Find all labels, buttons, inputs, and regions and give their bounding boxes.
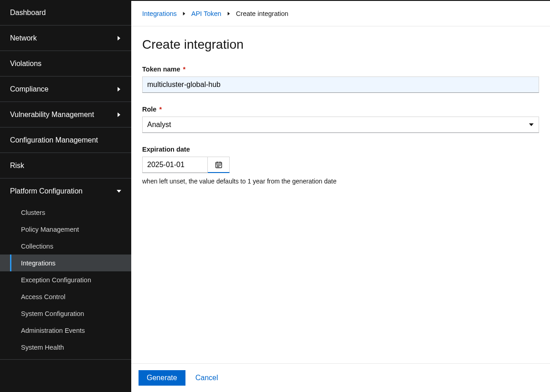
calendar-icon: [215, 161, 222, 168]
sidebar-item-vulnerability-management[interactable]: Vulnerability Management: [0, 102, 131, 127]
sidebar-subitem-exception-configuration[interactable]: Exception Configuration: [0, 271, 131, 288]
calendar-button[interactable]: [208, 157, 230, 173]
label-text: Expiration date: [142, 146, 190, 153]
cancel-button[interactable]: Cancel: [193, 370, 221, 386]
token-name-input[interactable]: [142, 76, 539, 93]
sidebar-item-label: Risk: [10, 162, 24, 170]
chevron-down-icon: [117, 189, 121, 193]
chevron-right-icon: [182, 12, 186, 15]
svg-rect-5: [218, 165, 219, 166]
field-token-name: Token name *: [142, 66, 539, 93]
sidebar-subitem-label: System Health: [21, 344, 64, 351]
chevron-right-icon: [117, 36, 121, 41]
sidebar-subitem-clusters[interactable]: Clusters: [0, 204, 131, 221]
sidebar-item-violations[interactable]: Violations: [0, 51, 131, 76]
sidebar-subitem-label: Policy Management: [21, 226, 79, 233]
sidebar-item-platform-configuration[interactable]: Platform Configuration: [0, 178, 131, 204]
breadcrumb-link-api-token[interactable]: API Token: [191, 10, 221, 17]
form: Token name * Role * Analyst Expiration d…: [131, 66, 550, 363]
breadcrumb-current: Create integration: [236, 10, 288, 17]
required-marker: *: [159, 106, 162, 113]
role-select[interactable]: Analyst: [142, 117, 539, 133]
sidebar-sublist: ClustersPolicy ManagementCollectionsInte…: [0, 204, 131, 360]
sidebar-item-dashboard[interactable]: Dashboard: [0, 0, 131, 25]
label-role: Role *: [142, 106, 539, 113]
main: Integrations API Token Create integratio…: [131, 0, 550, 392]
field-role: Role * Analyst: [142, 106, 539, 133]
sidebar-subitem-label: Administration Events: [21, 327, 85, 334]
chevron-right-icon: [227, 12, 231, 15]
required-marker: *: [183, 66, 186, 73]
page-title: Create integration: [131, 26, 550, 66]
chevron-right-icon: [117, 112, 121, 117]
expiration-date-input[interactable]: [142, 157, 208, 173]
sidebar-subitem-label: Integrations: [21, 260, 56, 267]
sidebar-subitem-label: Access Control: [21, 293, 66, 300]
generate-button[interactable]: Generate: [139, 370, 185, 386]
sidebar-subitem-integrations[interactable]: Integrations: [0, 255, 131, 271]
expiration-help-text: when left unset, the value defaults to 1…: [142, 178, 539, 185]
label-expiration: Expiration date: [142, 146, 539, 153]
sidebar-subitem-system-health[interactable]: System Health: [0, 339, 131, 356]
sidebar-item-risk[interactable]: Risk: [0, 153, 131, 178]
sidebar-subitem-collections[interactable]: Collections: [0, 238, 131, 255]
sidebar-item-configuration-management[interactable]: Configuration Management: [0, 127, 131, 153]
sidebar-item-label: Platform Configuration: [10, 187, 82, 195]
footer: Generate Cancel: [131, 363, 550, 392]
sidebar-subitem-administration-events[interactable]: Administration Events: [0, 322, 131, 339]
svg-rect-8: [218, 166, 219, 167]
sidebar-subitem-label: Exception Configuration: [21, 276, 91, 284]
sidebar-subitem-system-configuration[interactable]: System Configuration: [0, 305, 131, 322]
label-token-name: Token name *: [142, 66, 539, 73]
sidebar-item-label: Compliance: [10, 85, 48, 93]
svg-rect-7: [217, 166, 218, 167]
sidebar-item-label: Violations: [10, 60, 41, 68]
sidebar-item-compliance[interactable]: Compliance: [0, 76, 131, 102]
svg-rect-4: [217, 165, 218, 166]
sidebar: DashboardNetworkViolationsComplianceVuln…: [0, 0, 131, 392]
sidebar-item-label: Configuration Management: [10, 136, 98, 144]
sidebar-subitem-label: Clusters: [21, 209, 45, 216]
sidebar-item-label: Network: [10, 34, 37, 42]
sidebar-item-label: Dashboard: [10, 9, 46, 17]
label-text: Role: [142, 106, 156, 113]
sidebar-item-label: Vulnerability Management: [10, 111, 94, 119]
chevron-right-icon: [117, 87, 121, 92]
breadcrumb: Integrations API Token Create integratio…: [131, 1, 550, 26]
field-expiration: Expiration date: [142, 146, 539, 185]
svg-rect-6: [220, 165, 221, 166]
breadcrumb-link-integrations[interactable]: Integrations: [142, 10, 177, 17]
sidebar-subitem-label: Collections: [21, 243, 53, 250]
sidebar-subitem-access-control[interactable]: Access Control: [0, 288, 131, 305]
sidebar-item-network[interactable]: Network: [0, 25, 131, 51]
sidebar-subitem-label: System Configuration: [21, 310, 84, 317]
label-text: Token name: [142, 66, 180, 73]
sidebar-subitem-policy-management[interactable]: Policy Management: [0, 221, 131, 238]
